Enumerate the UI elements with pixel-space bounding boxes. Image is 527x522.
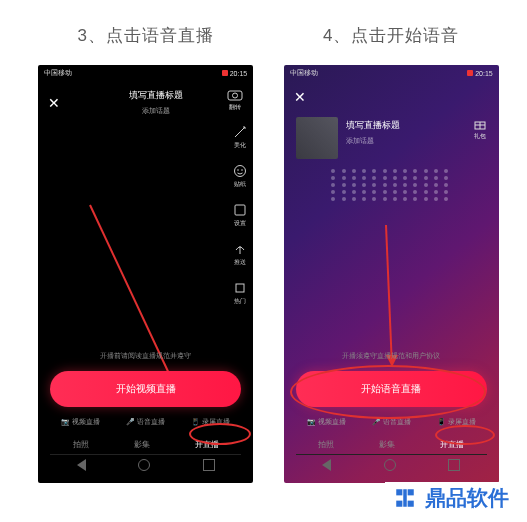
- svg-rect-12: [396, 489, 403, 496]
- sticker-icon[interactable]: 贴纸: [233, 164, 247, 189]
- watermark-logo-icon: [391, 484, 419, 512]
- tab-album[interactable]: 影集: [134, 439, 150, 450]
- close-icon[interactable]: ✕: [294, 89, 306, 105]
- android-nav: [296, 454, 487, 475]
- avatar[interactable]: [296, 117, 338, 159]
- hint-text: 开播前请阅读直播规范并遵守: [50, 351, 241, 361]
- watermark: 鼎品软件: [385, 482, 515, 514]
- phone-step3: 中国移动 20:15 ✕ 填写直播标题 添加话题 翻转 美化 贴纸 设置 推送: [38, 65, 253, 483]
- opt-voice[interactable]: 🎤 语音直播: [372, 417, 411, 427]
- nav-recent-icon[interactable]: [448, 459, 460, 471]
- start-video-live-button[interactable]: 开始视频直播: [50, 371, 241, 407]
- tab-album[interactable]: 影集: [379, 439, 395, 450]
- nav-recent-icon[interactable]: [203, 459, 215, 471]
- tab-live[interactable]: 开直播: [440, 439, 464, 450]
- beauty-icon[interactable]: 美化: [233, 125, 247, 150]
- svg-point-4: [241, 169, 243, 171]
- svg-point-3: [237, 169, 239, 171]
- side-toolbar: 美化 贴纸 设置 推送 热门: [233, 125, 247, 306]
- svg-rect-5: [235, 205, 245, 215]
- android-nav: [50, 454, 241, 475]
- audience-grid: [331, 169, 451, 201]
- svg-rect-0: [228, 91, 242, 100]
- start-voice-live-button[interactable]: 开始语音直播: [296, 371, 487, 407]
- svg-rect-15: [407, 500, 414, 507]
- svg-rect-6: [236, 284, 244, 292]
- step3-caption: 3、点击语音直播: [78, 24, 214, 47]
- settings-icon[interactable]: 设置: [233, 203, 247, 228]
- nav-home-icon[interactable]: [384, 459, 396, 471]
- svg-rect-13: [407, 489, 414, 496]
- title-input[interactable]: 填写直播标题: [68, 89, 243, 102]
- svg-rect-18: [403, 489, 407, 507]
- title-input[interactable]: 填写直播标题: [346, 119, 400, 132]
- tab-photo[interactable]: 拍照: [318, 439, 334, 450]
- phone-step4: 中国移动 20:15 ✕ 填写直播标题 添加话题 礼包: [284, 65, 499, 483]
- hot-icon[interactable]: 热门: [233, 281, 247, 306]
- opt-video[interactable]: 📷 视频直播: [61, 417, 100, 427]
- hint-text: 开播须遵守直播规范和用户协议: [296, 351, 487, 361]
- svg-point-1: [233, 93, 238, 98]
- close-icon[interactable]: ✕: [48, 95, 60, 111]
- topic-link[interactable]: 添加话题: [68, 106, 243, 116]
- topic-link[interactable]: 添加话题: [346, 136, 400, 146]
- gift-icon[interactable]: 礼包: [473, 117, 487, 141]
- push-icon[interactable]: 推送: [233, 242, 247, 267]
- opt-screen[interactable]: 📱 录屏直播: [191, 417, 230, 427]
- opt-video[interactable]: 📷 视频直播: [307, 417, 346, 427]
- tab-photo[interactable]: 拍照: [73, 439, 89, 450]
- svg-point-2: [235, 166, 246, 177]
- tab-live[interactable]: 开直播: [195, 439, 219, 450]
- nav-home-icon[interactable]: [138, 459, 150, 471]
- opt-screen[interactable]: 📱 录屏直播: [437, 417, 476, 427]
- flip-camera-icon[interactable]: 翻转: [227, 89, 243, 112]
- status-bar: 中国移动 20:15: [38, 65, 253, 81]
- step4-caption: 4、点击开始语音: [323, 24, 459, 47]
- nav-back-icon[interactable]: [77, 459, 86, 471]
- status-bar: 中国移动 20:15: [284, 65, 499, 81]
- opt-voice[interactable]: 🎤 语音直播: [126, 417, 165, 427]
- svg-rect-14: [396, 500, 403, 507]
- nav-back-icon[interactable]: [322, 459, 331, 471]
